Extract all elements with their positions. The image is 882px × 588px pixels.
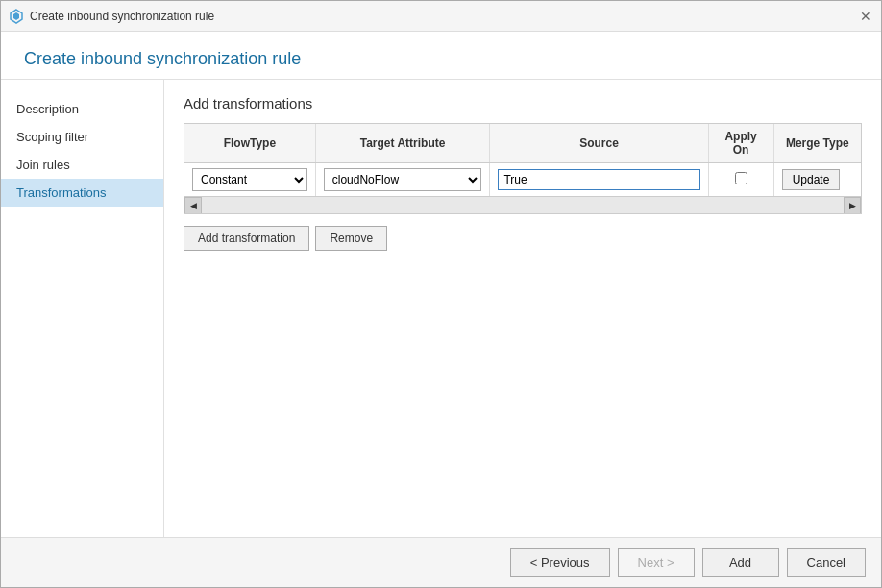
merge-type-button[interactable]: Update xyxy=(782,169,841,190)
col-header-flowtype: FlowType xyxy=(184,124,315,163)
app-icon xyxy=(9,9,24,24)
add-transformation-button[interactable]: Add transformation xyxy=(184,226,309,251)
horizontal-scrollbar[interactable]: ◀ ▶ xyxy=(184,196,861,213)
page-title: Create inbound synchronization rule xyxy=(1,32,881,80)
transformation-buttons: Add transformation Remove xyxy=(184,226,862,251)
target-attribute-cell: cloudNoFlow xyxy=(315,163,490,197)
col-header-source: Source xyxy=(490,124,708,163)
transformations-table-wrapper: FlowType Target Attribute Source Apply O… xyxy=(184,123,862,214)
add-button[interactable]: Add xyxy=(702,548,779,577)
table-header-row: FlowType Target Attribute Source Apply O… xyxy=(184,124,861,163)
content-area: Add transformations FlowType Target Attr… xyxy=(164,80,881,537)
source-cell xyxy=(490,163,708,197)
svg-marker-1 xyxy=(13,12,19,20)
close-button[interactable]: ✕ xyxy=(858,9,873,24)
next-button[interactable]: Next > xyxy=(618,548,695,577)
sidebar-item-description[interactable]: Description xyxy=(1,95,163,123)
section-title: Add transformations xyxy=(184,95,862,111)
previous-button[interactable]: < Previous xyxy=(510,548,610,577)
remove-button[interactable]: Remove xyxy=(315,226,387,251)
table-row: Constant Direct Expression cloudNoFlow xyxy=(184,163,861,197)
merge-type-cell: Update xyxy=(773,163,861,197)
main-window: Create inbound synchronization rule ✕ Cr… xyxy=(0,0,882,588)
title-bar-left: Create inbound synchronization rule xyxy=(9,9,214,24)
flowtype-select[interactable]: Constant Direct Expression xyxy=(192,168,307,191)
scrollbar-track: ◀ ▶ xyxy=(184,197,861,213)
transformations-table: FlowType Target Attribute Source Apply O… xyxy=(184,124,861,196)
sidebar-item-join-rules[interactable]: Join rules xyxy=(1,151,163,179)
cancel-button[interactable]: Cancel xyxy=(787,548,866,577)
source-input[interactable] xyxy=(498,169,699,190)
col-header-apply: Apply On xyxy=(708,124,773,163)
target-attribute-select[interactable]: cloudNoFlow xyxy=(324,168,482,191)
title-bar-text: Create inbound synchronization rule xyxy=(30,10,214,23)
scroll-left-arrow[interactable]: ◀ xyxy=(184,197,202,214)
sidebar-item-transformations[interactable]: Transformations xyxy=(1,179,163,207)
content: Create inbound synchronization rule Desc… xyxy=(1,32,881,537)
main-area: Description Scoping filter Join rules Tr… xyxy=(1,80,881,537)
flowtype-cell: Constant Direct Expression xyxy=(184,163,315,197)
scrollbar-thumb-area[interactable] xyxy=(202,197,844,213)
sidebar: Description Scoping filter Join rules Tr… xyxy=(1,80,164,537)
apply-on-checkbox[interactable] xyxy=(735,172,747,184)
apply-on-cell xyxy=(708,163,773,197)
footer: < Previous Next > Add Cancel xyxy=(1,537,881,587)
col-header-target: Target Attribute xyxy=(315,124,490,163)
title-bar: Create inbound synchronization rule ✕ xyxy=(1,1,881,32)
sidebar-item-scoping-filter[interactable]: Scoping filter xyxy=(1,123,163,151)
col-header-merge: Merge Type xyxy=(773,124,861,163)
scroll-right-arrow[interactable]: ▶ xyxy=(844,197,861,214)
